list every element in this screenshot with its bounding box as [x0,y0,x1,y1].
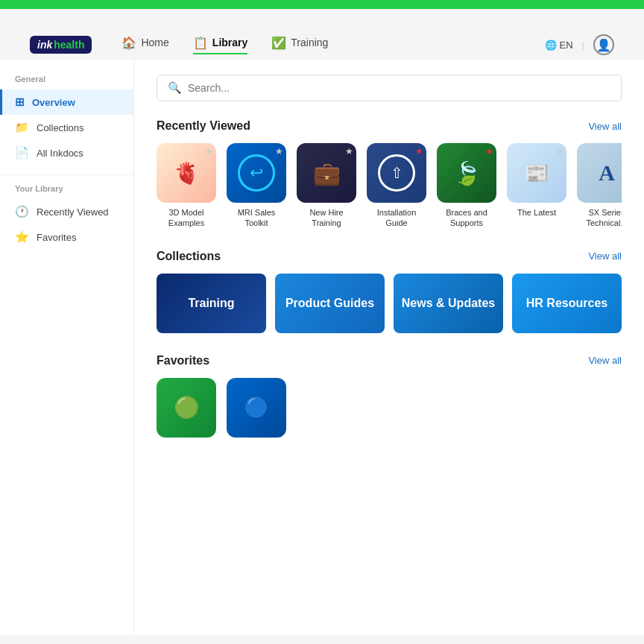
rv-item-new-hire[interactable]: 💼 ★ New Hire Training [297,143,356,229]
logo-ink: ink [37,39,52,51]
rv-star-installation: ★ [415,146,423,157]
search-bar[interactable]: 🔍 [157,75,622,101]
rv-label-the-latest: The Latest [517,207,556,218]
favorites-icon: ⭐ [15,230,29,244]
sidebar-item-favorites[interactable]: ⭐ Favorites [0,224,133,250]
sidebar-item-recently-viewed[interactable]: 🕐 Recently Viewed [0,199,133,224]
rv-label-3d-model: 3D Model Examples [157,207,216,229]
lang-label: EN [560,40,573,51]
rv-thumb-mri-sales: ↩ ★ [227,143,286,203]
user-menu-button[interactable]: 👤 [593,34,614,55]
sidebar-item-all-inkdocs[interactable]: 📄 All Inkdocs [0,140,133,165]
favorites-title: Favorites [157,354,209,367]
fav-item-1[interactable]: 🟢 [157,378,216,438]
user-avatar-icon: 👤 [596,38,611,52]
rv-item-the-latest[interactable]: 📰 ★ The Latest [507,143,566,229]
main-layout: General ⊞ Overview 📁 Collections 📄 All I… [0,60,644,635]
sidebar-recently-viewed-label: Recently Viewed [37,206,109,218]
sidebar-general-label: General [0,75,133,89]
nav-home[interactable]: 🏠 Home [121,36,168,54]
nav-library-label: Library [212,37,247,48]
rv-star-mri-sales: ★ [275,146,283,157]
rv-label-braces: Braces and Supports [437,207,496,229]
nav-library[interactable]: 📋 Library [193,36,247,54]
favorites-header: Favorites View all [157,354,622,367]
sidebar-item-collections[interactable]: 📁 Collections [0,115,133,140]
rv-star-braces: ★ [485,146,493,157]
favorites-view-all[interactable]: View all [588,355,622,366]
collection-card-training[interactable]: Training [157,274,266,333]
rv-thumb-sx-series: A ★ [577,143,622,203]
rv-star-the-latest: ★ [555,146,564,157]
heart-icon: 🫀 [174,161,200,186]
rv-label-mri-sales: MRI Sales Toolkit [227,207,286,229]
collection-product-label: Product Guides [285,297,374,310]
recently-viewed-view-all[interactable]: View all [588,121,622,132]
sidebar-item-overview[interactable]: ⊞ Overview [0,89,133,115]
nav-right: 🌐 EN | 👤 [545,34,614,55]
fav-1-icon: 🟢 [174,395,200,420]
sidebar: General ⊞ Overview 📁 Collections 📄 All I… [0,60,134,635]
briefcase-icon: 💼 [313,160,341,186]
recently-viewed-title: Recently Viewed [157,119,250,133]
navbar: ink health 🏠 Home 📋 Library ✅ Training 🌐… [0,30,644,60]
logo-health: health [54,39,84,51]
recently-viewed-header: Recently Viewed View all [157,119,622,133]
language-selector[interactable]: 🌐 EN [545,40,573,51]
recently-viewed-row: 🫀 ★ 3D Model Examples ↩ ★ MRI Sales Tool… [157,143,622,229]
rv-thumb-new-hire: 💼 ★ [297,143,356,203]
favorites-row: 🟢 🔵 [157,378,622,438]
rv-item-3d-model[interactable]: 🫀 ★ 3D Model Examples [157,143,216,229]
logo[interactable]: ink health [30,36,92,54]
nav-links: 🏠 Home 📋 Library ✅ Training [121,36,544,54]
sidebar-collections-label: Collections [37,122,84,133]
rv-item-mri-sales[interactable]: ↩ ★ MRI Sales Toolkit [227,143,286,229]
recently-viewed-icon: 🕐 [15,205,29,218]
nav-divider: | [582,40,584,51]
globe-icon: 🌐 [545,40,557,51]
rv-item-sx-series[interactable]: A ★ SX Series Technical... [577,143,622,229]
rv-thumb-the-latest: 📰 ★ [507,143,566,203]
collection-card-product-guides[interactable]: Product Guides [275,274,385,333]
collections-header: Collections View all [157,250,622,263]
main-content: 🔍 Recently Viewed View all 🫀 ★ 3D Model … [134,60,644,635]
collections-title: Collections [157,250,221,263]
rv-item-braces[interactable]: 🍃 ★ Braces and Supports [437,143,496,229]
collection-card-news-updates[interactable]: News & Updates [394,274,503,333]
collection-news-label: News & Updates [402,297,495,310]
share-circle-icon: ⇧ [378,154,415,192]
home-icon: 🏠 [121,36,136,50]
nav-training[interactable]: ✅ Training [271,36,328,54]
sidebar-library-label: Your Library [0,184,133,199]
training-icon: ✅ [271,36,286,50]
collection-hr-label: HR Resources [526,297,607,310]
sidebar-inkdocs-label: All Inkdocs [37,148,83,159]
collection-card-hr-resources[interactable]: HR Resources [512,274,622,333]
newspaper-icon: 📰 [525,162,549,185]
collections-icon: 📁 [15,121,29,134]
collection-training-label: Training [188,297,234,310]
sx-letter-icon: A [599,160,615,186]
fav-2-icon: 🔵 [244,395,270,420]
rv-star-3d-model: ★ [205,146,213,157]
mri-circle-icon: ↩ [238,154,275,192]
rv-label-sx-series: SX Series Technical... [577,207,622,229]
collections-grid: Training Product Guides News & Updates H… [157,274,622,333]
rv-thumb-braces: 🍃 ★ [437,143,496,203]
rv-star-new-hire: ★ [345,146,353,157]
fav-item-2[interactable]: 🔵 [227,378,286,438]
search-icon: 🔍 [168,81,182,95]
rv-thumb-3d-model: 🫀 ★ [157,143,216,203]
rv-thumb-installation: ⇧ ★ [367,143,426,203]
collections-view-all[interactable]: View all [588,250,622,262]
top-green-bar [0,0,644,9]
rv-label-installation: Installation Guide [367,207,426,229]
braces-icon: 🍃 [453,160,481,186]
sidebar-favorites-label: Favorites [37,232,76,243]
overview-icon: ⊞ [15,95,25,109]
rv-item-installation[interactable]: ⇧ ★ Installation Guide [367,143,426,229]
search-input[interactable] [188,82,610,94]
rv-label-new-hire: New Hire Training [297,207,356,229]
sidebar-divider [0,174,133,175]
above-nav-space [0,9,644,30]
